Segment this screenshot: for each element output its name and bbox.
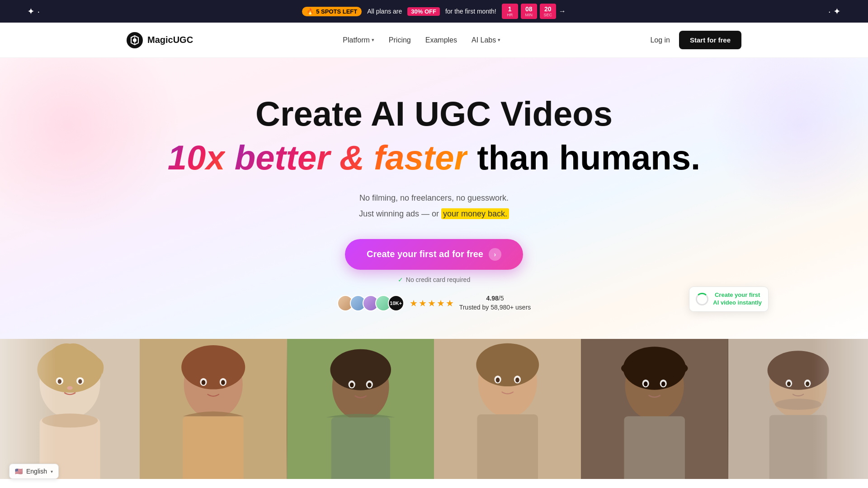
timer-minutes: 08 MIN <box>521 4 537 19</box>
star-rating: ★ ★ ★ ★ ★ <box>410 298 454 309</box>
svg-point-8 <box>42 413 98 427</box>
language-selector[interactable]: 🇺🇸 English ▾ <box>9 464 59 479</box>
svg-point-36 <box>496 378 500 383</box>
timer-hours: 1 HR <box>502 4 518 19</box>
svg-rect-17 <box>183 416 244 479</box>
language-label: English <box>26 468 47 475</box>
hero-10x: 10x <box>168 138 225 177</box>
video-card-4[interactable] <box>434 339 581 479</box>
svg-point-29 <box>367 383 371 388</box>
person-silhouette-1 <box>0 339 140 479</box>
logo[interactable]: MagicUGC <box>127 32 193 48</box>
svg-rect-41 <box>624 416 685 479</box>
svg-point-9 <box>56 377 63 385</box>
hero-subtitle-1: No filming, no freelancers, no guesswork… <box>9 191 859 205</box>
svg-point-6 <box>37 346 102 393</box>
nav-item-pricing[interactable]: Pricing <box>389 36 411 44</box>
svg-point-16 <box>181 345 245 389</box>
hero-subtitle-2: Just winning ads — or your money back. <box>9 207 859 221</box>
hero-section: Create AI UGC Videos 10x better & faster… <box>0 58 868 339</box>
video-card-3[interactable] <box>287 339 434 479</box>
svg-rect-47 <box>728 339 868 479</box>
hero-headline-2: 10x better & faster than humans. <box>9 138 859 177</box>
top-banner: ✦ · 🔥 5 SPOTS LEFT All plans are 30% OFF… <box>0 0 868 23</box>
svg-point-21 <box>221 380 225 385</box>
svg-point-28 <box>349 383 354 388</box>
loading-spinner-icon <box>696 293 708 305</box>
svg-point-55 <box>775 399 821 410</box>
video-card-2[interactable] <box>140 339 287 479</box>
timer-arrow[interactable]: → <box>559 7 566 15</box>
person-silhouette-6 <box>728 339 868 479</box>
nav-actions: Log in Start for free <box>650 31 741 49</box>
svg-point-45 <box>661 381 665 386</box>
person-silhouette-3 <box>287 339 434 479</box>
spots-badge: 🔥 5 SPOTS LEFT <box>302 7 362 16</box>
money-back-highlight: your money back. <box>441 208 509 219</box>
banner-decoration-left: ✦ · <box>27 6 40 17</box>
platform-chevron: ▾ <box>372 37 374 43</box>
svg-point-46 <box>621 358 688 378</box>
rating-text: 4.98/5 Trusted by 58,980+ users <box>459 294 531 312</box>
svg-point-48 <box>769 353 827 418</box>
user-avatars: 10K+ <box>337 295 404 311</box>
svg-point-1 <box>133 38 137 42</box>
create-ad-button[interactable]: Create your first ad for free › <box>345 239 523 270</box>
svg-point-44 <box>644 381 648 386</box>
svg-point-20 <box>202 380 206 385</box>
hero-headline-1: Create AI UGC Videos <box>9 94 859 133</box>
banner-decoration-right: · ✦ <box>828 6 841 17</box>
svg-point-32 <box>476 343 539 386</box>
svg-rect-50 <box>769 415 827 479</box>
video-card-5[interactable] <box>581 339 728 479</box>
svg-point-12 <box>78 379 82 384</box>
start-for-free-button[interactable]: Start for free <box>679 31 741 49</box>
hero-than-humans: than humans. <box>467 138 700 177</box>
hero-faster: faster <box>374 138 467 177</box>
flag-icon: 🇺🇸 <box>15 468 23 475</box>
avatar-count: 10K+ <box>388 295 404 311</box>
login-button[interactable]: Log in <box>650 36 670 44</box>
video-grid <box>0 339 868 479</box>
svg-point-5 <box>40 348 100 418</box>
person-silhouette-2 <box>140 339 287 479</box>
timer-seconds: 20 SEC <box>540 4 556 19</box>
svg-point-24 <box>330 349 391 390</box>
discount-badge: 30% OFF <box>407 7 440 16</box>
check-icon: ✓ <box>398 276 403 283</box>
countdown-timer: 1 HR 08 MIN 20 SEC → <box>502 4 566 19</box>
svg-point-10 <box>76 377 84 385</box>
video-card-6[interactable] <box>728 339 868 479</box>
language-chevron-icon: ▾ <box>51 469 53 474</box>
svg-point-54 <box>806 381 809 386</box>
floating-badge-text: Create your first AI video instantly <box>713 291 762 307</box>
person-silhouette-4 <box>434 339 581 479</box>
hero-better: better & <box>225 138 374 177</box>
svg-point-53 <box>787 381 791 386</box>
banner-promo-text2: for the first month! <box>445 8 496 15</box>
svg-rect-4 <box>0 339 140 479</box>
nav-item-examples[interactable]: Examples <box>425 36 457 44</box>
svg-point-13 <box>67 386 72 390</box>
banner-promo-text1: All plans are <box>367 8 402 15</box>
cta-arrow-icon: › <box>489 248 501 261</box>
logo-icon <box>127 32 143 48</box>
svg-rect-25 <box>331 418 390 479</box>
svg-rect-33 <box>477 414 538 479</box>
floating-video-badge[interactable]: Create your first AI video instantly <box>689 286 769 312</box>
ailabs-chevron: ▾ <box>498 37 500 43</box>
video-card-1[interactable] <box>0 339 140 479</box>
svg-point-11 <box>58 379 61 384</box>
navbar: MagicUGC Platform ▾ Pricing Examples AI … <box>0 23 868 58</box>
no-credit-card-notice: ✓ No credit card required <box>9 276 859 283</box>
svg-point-52 <box>804 380 811 387</box>
nav-item-platform[interactable]: Platform ▾ <box>343 36 374 44</box>
nav-item-ailabs[interactable]: AI Labs ▾ <box>472 36 500 44</box>
svg-point-49 <box>767 351 829 390</box>
svg-point-51 <box>786 380 792 387</box>
person-silhouette-5 <box>581 339 728 479</box>
svg-point-37 <box>515 378 519 383</box>
nav-links: Platform ▾ Pricing Examples AI Labs ▾ <box>343 36 500 44</box>
logo-text: MagicUGC <box>147 35 193 45</box>
